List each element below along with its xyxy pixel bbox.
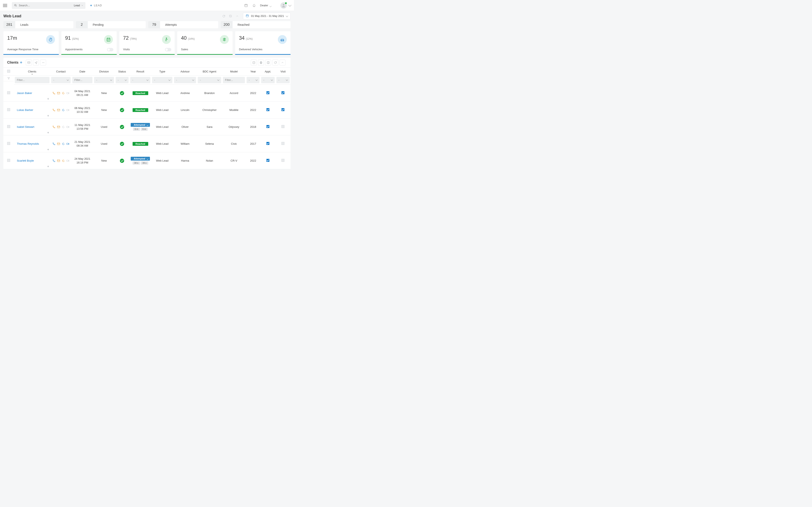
- bulk-send-button[interactable]: [33, 60, 39, 65]
- collapse-button[interactable]: [235, 13, 240, 19]
- video-icon[interactable]: [66, 159, 70, 163]
- export-button[interactable]: [251, 60, 257, 65]
- appt-checkbox[interactable]: [266, 142, 269, 145]
- column-header[interactable]: Appt.: [260, 68, 275, 76]
- client-link[interactable]: Isabel Stewart: [17, 125, 34, 128]
- chat-icon[interactable]: [61, 91, 65, 95]
- filter-bdc[interactable]: -: [198, 77, 221, 83]
- overlay-button[interactable]: [228, 13, 233, 19]
- more-actions-button[interactable]: [40, 60, 46, 65]
- chat-icon[interactable]: [61, 108, 65, 112]
- print-button[interactable]: [258, 60, 264, 65]
- mail-icon[interactable]: [57, 125, 60, 129]
- visit-checkbox[interactable]: [282, 159, 285, 162]
- visit-checkbox[interactable]: [282, 91, 285, 94]
- refresh-button[interactable]: [221, 13, 226, 19]
- filter-result[interactable]: -: [130, 77, 151, 83]
- mail-icon[interactable]: [57, 91, 60, 95]
- row-checkbox[interactable]: [7, 142, 10, 145]
- filter-type[interactable]: -: [152, 77, 172, 83]
- column-header[interactable]: Date: [71, 68, 94, 76]
- filter-icon[interactable]: [3, 76, 14, 81]
- filter-clients[interactable]: Filter...: [15, 77, 50, 83]
- phone-icon[interactable]: [52, 159, 56, 163]
- mail-icon[interactable]: [57, 142, 60, 146]
- stat-card[interactable]: 91(32%) Appointments: [61, 31, 117, 55]
- add-client-button[interactable]: +: [20, 60, 22, 65]
- select-all-checkbox[interactable]: [7, 70, 10, 73]
- column-header[interactable]: Status: [115, 68, 130, 76]
- column-header[interactable]: Advisor: [173, 68, 197, 76]
- calendar-shortcut[interactable]: [244, 3, 248, 8]
- column-header[interactable]: Division: [93, 68, 115, 76]
- column-header[interactable]: BDC Agent: [197, 68, 222, 76]
- filter-status[interactable]: -: [116, 77, 129, 83]
- mail-icon[interactable]: [57, 159, 60, 163]
- account-select[interactable]: Dealer: [260, 4, 268, 7]
- phone-icon[interactable]: [52, 108, 56, 112]
- avatar-caret[interactable]: [289, 3, 291, 6]
- client-link[interactable]: Thomas Reynolds: [17, 142, 39, 145]
- chat-icon[interactable]: [61, 159, 65, 163]
- expand-row[interactable]: +: [47, 165, 49, 168]
- chat-icon[interactable]: [61, 142, 65, 146]
- column-header[interactable]: [3, 68, 14, 76]
- column-header[interactable]: Year: [246, 68, 260, 76]
- client-link[interactable]: Jason Baker: [17, 92, 32, 95]
- column-header[interactable]: Model: [222, 68, 246, 76]
- filter-contact[interactable]: -: [51, 77, 70, 83]
- search-input[interactable]: [19, 4, 72, 7]
- video-icon[interactable]: [66, 125, 70, 129]
- filter-advisor[interactable]: -: [174, 77, 196, 83]
- add-lead-button[interactable]: + LEAD: [90, 4, 102, 7]
- expand-row[interactable]: +: [47, 114, 49, 117]
- expand-row[interactable]: +: [47, 97, 49, 101]
- bulk-email-button[interactable]: [26, 60, 32, 65]
- column-header[interactable]: Type: [151, 68, 173, 76]
- metric-card[interactable]: 79Attempts: [148, 21, 218, 28]
- visit-checkbox[interactable]: [282, 108, 285, 111]
- phone-icon[interactable]: [52, 125, 56, 129]
- notifications[interactable]: [252, 3, 256, 8]
- result-badge[interactable]: Attempted: [131, 123, 150, 127]
- appt-checkbox[interactable]: [266, 159, 269, 162]
- metric-card[interactable]: 281Leads: [3, 21, 73, 28]
- table-collapse-button[interactable]: [280, 60, 286, 65]
- menu-toggle[interactable]: [3, 3, 9, 8]
- phone-icon[interactable]: [52, 142, 56, 146]
- stat-card[interactable]: 17m Average Response Time: [3, 31, 59, 55]
- date-range-picker[interactable]: 01 May 2021 - 31 May 2021: [243, 13, 291, 19]
- appt-checkbox[interactable]: [266, 91, 269, 94]
- mail-icon[interactable]: [57, 108, 60, 112]
- expand-row[interactable]: +: [47, 131, 49, 134]
- stat-toggle[interactable]: [107, 48, 113, 51]
- appt-checkbox[interactable]: [266, 125, 269, 128]
- stat-card[interactable]: 40(14%) Sales: [177, 31, 233, 55]
- filter-division[interactable]: -: [94, 77, 114, 83]
- column-header[interactable]: Result: [130, 68, 151, 76]
- visit-checkbox[interactable]: [282, 142, 285, 145]
- appt-checkbox[interactable]: [266, 108, 269, 111]
- result-badge[interactable]: Attempted: [131, 157, 150, 161]
- client-link[interactable]: Scarlett Boyle: [17, 159, 34, 162]
- metric-card[interactable]: 200Reached: [221, 21, 291, 28]
- avatar[interactable]: [281, 2, 287, 9]
- video-icon[interactable]: [66, 142, 70, 146]
- stat-card[interactable]: 34(12%) Delivered Vehicles: [235, 31, 291, 55]
- stat-card[interactable]: 72(79%) Visits: [119, 31, 175, 55]
- columns-button[interactable]: [265, 60, 271, 65]
- row-checkbox[interactable]: [7, 91, 10, 94]
- filter-year[interactable]: -: [247, 77, 259, 83]
- filter-appt[interactable]: -: [261, 77, 274, 83]
- phone-icon[interactable]: [52, 91, 56, 95]
- chat-icon[interactable]: [61, 125, 65, 129]
- client-link[interactable]: Lukas Barber: [17, 108, 33, 112]
- column-header[interactable]: Visit: [275, 68, 291, 76]
- search-type-select[interactable]: Lead: [72, 4, 83, 7]
- video-icon[interactable]: [66, 108, 70, 112]
- metric-card[interactable]: 2Pending: [76, 21, 146, 28]
- row-checkbox[interactable]: [7, 125, 10, 128]
- video-icon[interactable]: [66, 91, 70, 95]
- filter-model[interactable]: Filter...: [223, 77, 245, 83]
- stat-toggle[interactable]: [165, 48, 171, 51]
